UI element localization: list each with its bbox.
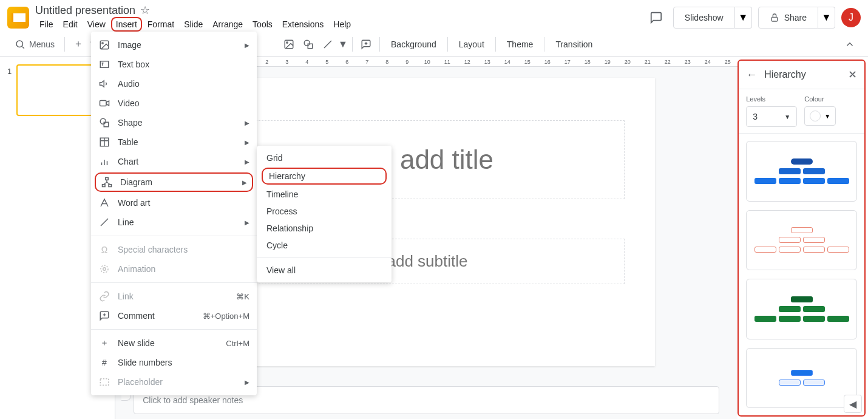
menu-tools[interactable]: Tools bbox=[248, 17, 277, 32]
insert-link-label: Link bbox=[118, 291, 134, 301]
diagram-relationship[interactable]: Relationship bbox=[257, 220, 392, 237]
insert-line[interactable]: Line ▶ bbox=[91, 213, 257, 232]
insert-special-chars-label: Special characters bbox=[118, 245, 188, 254]
star-icon[interactable]: ☆ bbox=[140, 4, 150, 17]
svg-point-34 bbox=[103, 268, 106, 271]
insert-shape-icon[interactable] bbox=[300, 36, 317, 53]
slide-numbers-icon: # bbox=[98, 356, 110, 369]
insert-placeholder-label: Placeholder bbox=[118, 377, 163, 387]
svg-rect-28 bbox=[109, 185, 112, 187]
share-button[interactable]: Share bbox=[758, 7, 818, 29]
hierarchy-template-3[interactable] bbox=[746, 279, 857, 339]
svg-rect-6 bbox=[308, 44, 313, 49]
menu-view[interactable]: View bbox=[83, 17, 110, 32]
insert-placeholder: Placeholder ▶ bbox=[91, 372, 257, 392]
diagram-timeline[interactable]: Timeline bbox=[257, 186, 392, 203]
new-slide-icon: ＋ bbox=[98, 337, 110, 349]
chevron-right-icon: ▶ bbox=[245, 158, 249, 165]
insert-diagram[interactable]: Diagram ▶ bbox=[95, 172, 253, 192]
svg-point-11 bbox=[102, 43, 103, 44]
chevron-down-icon: ▼ bbox=[824, 113, 830, 120]
new-slide-button[interactable]: ＋ bbox=[70, 36, 87, 53]
slideshow-dropdown[interactable]: ▼ bbox=[735, 7, 752, 29]
slides-logo[interactable] bbox=[7, 7, 29, 29]
menu-slide[interactable]: Slide bbox=[180, 17, 207, 32]
avatar[interactable]: J bbox=[841, 8, 861, 27]
diagram-cycle[interactable]: Cycle bbox=[257, 237, 392, 254]
svg-point-1 bbox=[16, 41, 23, 47]
close-icon[interactable]: ✕ bbox=[848, 68, 857, 81]
menu-arrange[interactable]: Arrange bbox=[208, 17, 247, 32]
diagram-grid[interactable]: Grid bbox=[257, 149, 392, 166]
chevron-right-icon: ▶ bbox=[245, 42, 249, 49]
menu-extensions[interactable]: Extensions bbox=[278, 17, 328, 32]
text-box-icon bbox=[98, 58, 110, 70]
insert-word-art[interactable]: Word art bbox=[91, 193, 257, 213]
insert-image[interactable]: Image ▶ bbox=[91, 35, 257, 55]
insert-line-icon[interactable] bbox=[319, 36, 336, 53]
line-dropdown[interactable]: ▼ bbox=[339, 36, 347, 53]
slideshow-label: Slideshow bbox=[685, 13, 724, 22]
insert-comment[interactable]: Comment ⌘+Option+M bbox=[91, 306, 257, 325]
menus-search[interactable]: Menus bbox=[10, 36, 59, 52]
svg-rect-26 bbox=[106, 178, 109, 180]
video-icon bbox=[98, 97, 110, 109]
comment-history-icon[interactable] bbox=[645, 7, 667, 29]
insert-image-icon[interactable] bbox=[280, 36, 297, 53]
diagram-view-all[interactable]: View all bbox=[257, 262, 392, 279]
explore-button[interactable]: ◀ bbox=[844, 395, 862, 413]
svg-line-7 bbox=[324, 41, 331, 48]
image-icon bbox=[98, 39, 110, 51]
insert-video[interactable]: Video bbox=[91, 94, 257, 113]
link-shortcut: ⌘K bbox=[236, 292, 249, 301]
hide-menus-icon[interactable] bbox=[841, 36, 858, 53]
slideshow-button[interactable]: Slideshow bbox=[673, 7, 735, 29]
colour-label: Colour bbox=[804, 95, 836, 103]
insert-slide-numbers[interactable]: # Slide numbers bbox=[91, 353, 257, 372]
insert-text-box[interactable]: Text box bbox=[91, 55, 257, 74]
colour-select[interactable]: ▼ bbox=[804, 106, 836, 126]
diagram-hierarchy[interactable]: Hierarchy bbox=[262, 168, 387, 185]
insert-chart[interactable]: Chart ▶ bbox=[91, 152, 257, 171]
menu-file[interactable]: File bbox=[35, 17, 58, 32]
hierarchy-template-2[interactable] bbox=[746, 210, 857, 271]
menu-format[interactable]: Format bbox=[143, 17, 178, 32]
layout-button[interactable]: Layout bbox=[453, 36, 490, 53]
insert-animation: Animation bbox=[91, 259, 257, 279]
insert-new-slide[interactable]: ＋ New slide Ctrl+M bbox=[91, 333, 257, 353]
chevron-right-icon: ▶ bbox=[245, 139, 249, 146]
menu-help[interactable]: Help bbox=[329, 17, 355, 32]
toolbar-separator bbox=[495, 37, 496, 52]
theme-button[interactable]: Theme bbox=[501, 36, 540, 53]
template-list[interactable] bbox=[739, 134, 864, 415]
insert-image-label: Image bbox=[118, 40, 141, 50]
insert-audio[interactable]: Audio bbox=[91, 74, 257, 94]
doc-title[interactable]: Untitled presentation bbox=[35, 4, 135, 17]
menu-edit[interactable]: Edit bbox=[59, 17, 82, 32]
hierarchy-template-1[interactable] bbox=[746, 141, 857, 202]
svg-line-33 bbox=[101, 219, 108, 226]
word-art-icon bbox=[98, 197, 110, 209]
chevron-right-icon: ▶ bbox=[245, 219, 249, 226]
svg-marker-17 bbox=[106, 101, 109, 106]
svg-point-5 bbox=[304, 40, 310, 46]
hierarchy-sidebar: ← Hierarchy ✕ Levels 3 ▼ Colour ▼ bbox=[737, 60, 866, 417]
chart-icon bbox=[98, 155, 110, 168]
levels-value: 3 bbox=[753, 112, 758, 121]
insert-shape[interactable]: Shape ▶ bbox=[91, 113, 257, 132]
insert-new-slide-label: New slide bbox=[118, 338, 155, 348]
levels-select[interactable]: 3 ▼ bbox=[746, 106, 797, 127]
share-dropdown[interactable]: ▼ bbox=[818, 7, 835, 29]
transition-button[interactable]: Transition bbox=[549, 36, 598, 53]
insert-table[interactable]: Table ▶ bbox=[91, 132, 257, 152]
comment-icon bbox=[98, 310, 110, 322]
menu-separator bbox=[91, 236, 257, 236]
background-button[interactable]: Background bbox=[385, 36, 442, 53]
diagram-process[interactable]: Process bbox=[257, 203, 392, 220]
insert-comment-icon[interactable] bbox=[358, 36, 375, 53]
chevron-down-icon: ▼ bbox=[784, 114, 790, 120]
menu-insert[interactable]: Insert bbox=[111, 17, 142, 32]
hierarchy-template-4[interactable] bbox=[746, 348, 857, 409]
shape-icon bbox=[98, 117, 110, 129]
back-icon[interactable]: ← bbox=[746, 69, 757, 81]
